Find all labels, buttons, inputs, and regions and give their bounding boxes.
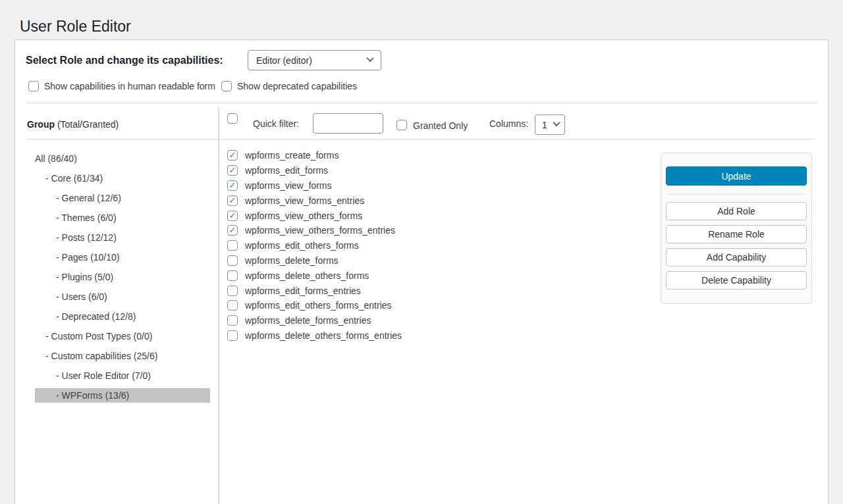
group-tree-item-label: - Themes (6/0)	[35, 211, 210, 225]
group-tree-item-label: - User Role Editor (7/0)	[35, 368, 210, 383]
group-tree-item-label: - Deprecated (12/8)	[35, 309, 210, 324]
group-tree-item[interactable]: - Pages (10/10)	[35, 247, 210, 267]
select-role-label: Select Role and change its capabilities:	[26, 50, 223, 70]
granted-only-label: Granted Only	[413, 120, 468, 131]
capability-row: wpforms_view_forms	[227, 178, 402, 193]
capability-checkbox[interactable]	[227, 240, 238, 251]
capability-checkbox[interactable]	[227, 195, 238, 206]
show-deprecated-checkbox[interactable]	[221, 81, 232, 91]
group-tree-item-label: - Pages (10/10)	[35, 250, 210, 265]
capability-row: wpforms_delete_forms	[227, 253, 402, 268]
capability-label: wpforms_delete_forms	[245, 255, 339, 266]
select-all-checkbox[interactable]	[227, 113, 238, 124]
group-tree-item[interactable]: - Custom capabilities (25/6)	[35, 346, 210, 366]
capability-checkbox[interactable]	[227, 165, 238, 176]
group-tree-item-label: - Posts (12/12)	[35, 230, 210, 245]
add-capability-button[interactable]: Add Capability	[666, 248, 807, 266]
group-tree-item-label: All (86/40)	[35, 151, 210, 166]
capabilities-list: wpforms_create_formswpforms_edit_formswp…	[227, 148, 402, 343]
group-tree-item[interactable]: - Users (6/0)	[35, 287, 210, 307]
group-tree-item[interactable]: - General (12/6)	[35, 188, 210, 208]
capability-row: wpforms_edit_others_forms	[227, 238, 402, 253]
capability-row: wpforms_view_forms_entries	[227, 193, 402, 208]
chevron-down-icon	[553, 119, 560, 126]
capability-checkbox[interactable]	[227, 270, 238, 281]
capability-row: wpforms_edit_others_forms_entries	[227, 298, 402, 313]
capability-label: wpforms_delete_forms_entries	[245, 315, 371, 326]
human-readable-label: Show capabilities in human readable form	[44, 81, 215, 91]
group-tree-item[interactable]: - User Role Editor (7/0)	[35, 366, 210, 386]
capability-row: wpforms_delete_others_forms	[227, 268, 402, 283]
delete-capability-button[interactable]: Delete Capability	[666, 271, 807, 290]
capability-checkbox[interactable]	[227, 150, 238, 161]
human-readable-checkbox[interactable]	[28, 81, 39, 91]
divider	[27, 139, 219, 139]
group-tree-item[interactable]: - Deprecated (12/8)	[35, 307, 210, 326]
capability-label: wpforms_view_forms	[245, 180, 331, 191]
capability-label: wpforms_view_others_forms_entries	[245, 225, 395, 236]
page-title: User Role Editor	[20, 17, 131, 37]
capability-label: wpforms_edit_forms_entries	[245, 286, 361, 296]
role-select[interactable]: Editor (editor)	[248, 50, 381, 70]
capability-row: wpforms_create_forms	[227, 148, 402, 163]
group-tree-item-label: - Custom capabilities (25/6)	[35, 349, 210, 363]
add-role-button[interactable]: Add Role	[666, 202, 807, 220]
capability-label: wpforms_edit_others_forms_entries	[245, 300, 392, 311]
chevron-down-icon	[366, 55, 373, 62]
show-deprecated-label: Show deprecated capabilities	[237, 81, 357, 91]
capability-label: wpforms_edit_others_forms	[245, 240, 359, 251]
capability-row: wpforms_view_others_forms	[227, 208, 402, 223]
group-tree-item-label: - Custom Post Types (0/0)	[35, 329, 210, 343]
group-tree-item[interactable]: - Posts (12/12)	[35, 228, 210, 247]
capability-row: wpforms_delete_others_forms_entries	[227, 328, 402, 343]
quick-filter-input[interactable]	[313, 113, 383, 134]
columns-select-value: 1	[542, 120, 547, 130]
group-tree-item[interactable]: All (86/40)	[35, 149, 210, 168]
capability-label: wpforms_view_forms_entries	[245, 195, 364, 206]
group-column-header: Group (Total/Granted)	[27, 119, 119, 130]
divider	[26, 103, 817, 103]
divider	[219, 139, 815, 139]
group-tree-item[interactable]: - Plugins (5/0)	[35, 267, 210, 287]
group-tree-item[interactable]: - Core (61/34)	[35, 168, 210, 188]
editor-panel: Select Role and change its capabilities:…	[14, 39, 829, 504]
capability-label: wpforms_delete_others_forms_entries	[245, 330, 402, 341]
group-tree-item-label: - Core (61/34)	[35, 171, 210, 186]
divider	[666, 194, 806, 195]
capability-row: wpforms_delete_forms_entries	[227, 313, 402, 328]
group-tree-item-label: - Plugins (5/0)	[35, 270, 210, 284]
capability-checkbox[interactable]	[227, 255, 238, 266]
capability-checkbox[interactable]	[227, 180, 238, 191]
capability-label: wpforms_create_forms	[245, 150, 339, 161]
group-tree: All (86/40)- Core (61/34)- General (12/6…	[35, 149, 210, 405]
capability-checkbox[interactable]	[227, 300, 238, 311]
rename-role-button[interactable]: Rename Role	[666, 225, 807, 243]
capability-label: wpforms_edit_forms	[245, 165, 328, 176]
role-select-value: Editor (editor)	[256, 55, 312, 66]
group-tree-item-label: - WPForms (13/6)	[35, 388, 210, 403]
group-tree-item[interactable]: - Custom Post Types (0/0)	[35, 326, 210, 346]
capability-label: wpforms_view_others_forms	[245, 211, 362, 221]
group-tree-item[interactable]: - WPForms (13/6)	[35, 386, 210, 405]
quick-filter-label: Quick filter:	[253, 118, 299, 129]
capability-label: wpforms_delete_others_forms	[245, 270, 369, 281]
actions-box: Update Add Role Rename Role Add Capabili…	[661, 153, 812, 304]
capability-row: wpforms_edit_forms_entries	[227, 283, 402, 298]
capability-row: wpforms_view_others_forms_entries	[227, 223, 402, 238]
capability-row: wpforms_edit_forms	[227, 163, 402, 178]
update-button[interactable]: Update	[666, 166, 807, 186]
capability-checkbox[interactable]	[227, 286, 238, 296]
granted-only-checkbox[interactable]	[396, 120, 407, 130]
capability-checkbox[interactable]	[227, 315, 238, 326]
group-header-bold: Group	[27, 119, 55, 130]
column-divider	[218, 107, 219, 504]
capability-checkbox[interactable]	[227, 225, 238, 236]
columns-label: Columns:	[489, 118, 528, 129]
group-tree-item-label: - General (12/6)	[35, 191, 210, 205]
capability-checkbox[interactable]	[227, 211, 238, 221]
group-tree-item-label: - Users (6/0)	[35, 290, 210, 304]
capability-checkbox[interactable]	[227, 330, 238, 341]
columns-select[interactable]: 1	[535, 114, 565, 135]
group-tree-item[interactable]: - Themes (6/0)	[35, 208, 210, 228]
group-header-rest: (Total/Granted)	[55, 119, 119, 130]
